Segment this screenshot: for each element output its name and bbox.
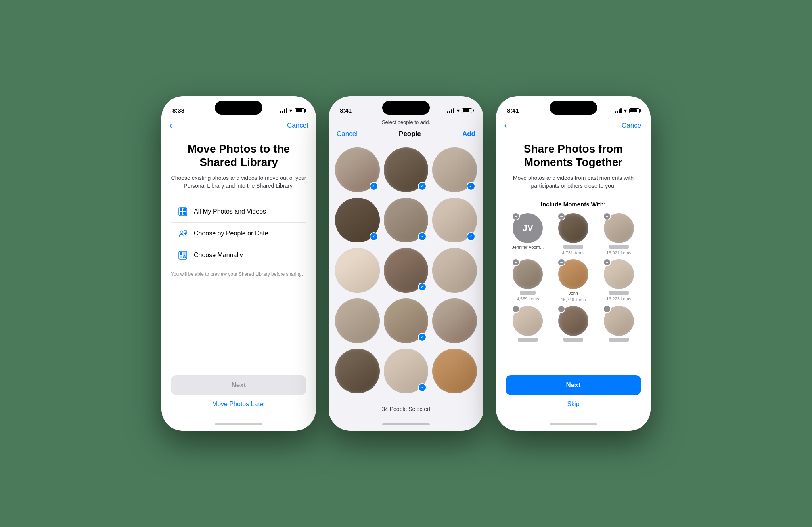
screen-content-3: Share Photos from Moments Together Move … xyxy=(496,134,651,369)
cancel-button-1[interactable]: Cancel xyxy=(287,122,308,130)
moment-name-2 xyxy=(563,245,583,249)
nav-bar-3: ‹ Cancel xyxy=(496,117,651,134)
nav-bar-1: ‹ Cancel xyxy=(161,117,316,134)
page-subtitle-1: Choose existing photos and videos to mov… xyxy=(171,174,306,190)
svg-rect-3 xyxy=(180,212,182,215)
option-note-1: You will be able to preview your Shared … xyxy=(171,271,306,278)
person-avatar-7[interactable] xyxy=(335,248,380,293)
choose-manually-icon xyxy=(177,250,188,261)
status-time-3: 8:41 xyxy=(507,107,519,114)
moment-person-6[interactable]: − 13,223 items xyxy=(598,259,640,302)
wifi-icon-2: ▾ xyxy=(457,107,460,114)
svg-rect-9 xyxy=(183,252,186,255)
battery-icon-1 xyxy=(295,108,305,113)
status-icons-1: ▾ xyxy=(280,107,305,114)
check-icon-6: ✓ xyxy=(467,232,475,241)
cancel-button-3[interactable]: Cancel xyxy=(622,122,643,130)
all-photos-icon xyxy=(177,206,188,217)
people-title: People xyxy=(399,130,421,138)
moment-person-8[interactable]: − xyxy=(553,306,594,342)
person-avatar-6[interactable]: ✓ xyxy=(432,198,477,242)
remove-icon-6[interactable]: − xyxy=(603,258,611,266)
moment-name-1: Jennifer Voorh... xyxy=(512,245,544,250)
moment-person-2[interactable]: − 4,731 items xyxy=(553,213,594,255)
person-avatar-11[interactable]: ✓ xyxy=(384,298,429,343)
dynamic-island-3 xyxy=(550,101,597,115)
option-all-photos[interactable]: All My Photos and Videos xyxy=(171,201,306,223)
home-indicator-1 xyxy=(161,417,316,431)
check-icon-11: ✓ xyxy=(418,333,427,342)
wifi-icon-3: ▾ xyxy=(624,107,627,114)
svg-rect-7 xyxy=(179,251,187,259)
people-footer: 34 People Selected xyxy=(329,400,483,417)
page-subtitle-3: Move photos and videos from past moments… xyxy=(506,174,641,190)
page-heading-3: Share Photos from Moments Together xyxy=(506,142,641,169)
people-subtitle: Select people to add. xyxy=(329,117,483,125)
page-heading-1: Move Photos to the Shared Library xyxy=(171,142,306,169)
wifi-icon-1: ▾ xyxy=(289,107,292,114)
phone-3: 8:41 ▾ ‹ Cancel Share Photos from Mom xyxy=(496,96,651,431)
person-avatar-2[interactable]: ✓ xyxy=(384,147,429,192)
person-avatar-13[interactable] xyxy=(335,349,380,393)
back-button-1[interactable]: ‹ xyxy=(169,120,172,131)
svg-rect-1 xyxy=(180,208,182,211)
signal-icon-2 xyxy=(447,108,454,113)
option-choose-manually[interactable]: Choose Manually xyxy=(171,244,306,266)
person-avatar-12[interactable] xyxy=(432,298,477,343)
bottom-area-1: Next Move Photos Later xyxy=(161,369,316,417)
skip-link[interactable]: Skip xyxy=(567,401,579,408)
svg-point-5 xyxy=(180,231,183,234)
moment-person-9[interactable]: − xyxy=(598,306,640,342)
option-manually-label: Choose Manually xyxy=(194,252,243,259)
check-icon-2: ✓ xyxy=(418,182,427,191)
moment-person-3[interactable]: − 15,021 items xyxy=(598,213,640,255)
include-moments-title: Include Moments With: xyxy=(506,201,641,208)
person-avatar-9[interactable] xyxy=(432,248,477,293)
moment-person-7[interactable]: − xyxy=(507,306,549,342)
person-avatar-14[interactable]: ✓ xyxy=(384,349,429,393)
move-later-link[interactable]: Move Photos Later xyxy=(212,401,265,408)
svg-rect-10 xyxy=(180,256,182,258)
moment-person-1[interactable]: JV − Jennifer Voorh... xyxy=(507,213,549,255)
person-avatar-15[interactable] xyxy=(432,349,477,393)
back-button-3[interactable]: ‹ xyxy=(504,120,507,131)
person-avatar-3[interactable]: ✓ xyxy=(432,147,477,192)
moment-count-3: 15,021 items xyxy=(606,250,631,255)
moment-count-6: 13,223 items xyxy=(606,296,631,301)
person-avatar-8[interactable]: ✓ xyxy=(384,248,429,293)
option-all-photos-label: All My Photos and Videos xyxy=(194,208,266,215)
check-icon-5: ✓ xyxy=(418,232,427,241)
people-grid: ✓ ✓ ✓ ✓ ✓ ✓ xyxy=(329,143,483,400)
remove-icon-3[interactable]: − xyxy=(603,212,611,220)
check-icon-14: ✓ xyxy=(418,383,427,392)
person-avatar-5[interactable]: ✓ xyxy=(384,198,429,242)
moment-person-5[interactable]: − John 15,746 items xyxy=(553,259,594,302)
check-icon-8: ✓ xyxy=(418,283,427,291)
cancel-button-2[interactable]: Cancel xyxy=(337,130,358,138)
signal-icon-3 xyxy=(615,108,622,113)
next-button-3[interactable]: Next xyxy=(506,375,641,395)
person-avatar-4[interactable]: ✓ xyxy=(335,198,380,242)
status-icons-2: ▾ xyxy=(447,107,472,114)
check-icon-4: ✓ xyxy=(370,232,378,241)
check-icon-3: ✓ xyxy=(467,182,475,191)
remove-icon-9[interactable]: − xyxy=(603,305,611,313)
option-people-date-label: Choose by People or Date xyxy=(194,230,268,237)
moment-person-4[interactable]: − 4,559 items xyxy=(507,259,549,302)
svg-rect-2 xyxy=(183,208,186,211)
moment-count-4: 4,559 items xyxy=(517,296,539,301)
person-avatar-10[interactable] xyxy=(335,298,380,343)
phone-1: 8:38 ▾ ‹ Cancel Move xyxy=(161,96,316,431)
option-people-date[interactable]: Choose by People or Date xyxy=(171,223,306,244)
person-avatar-1[interactable]: ✓ xyxy=(335,147,380,192)
screen-people-picker: 8:41 ▾ Select people to add. Cancel Peop… xyxy=(329,96,483,431)
status-time-2: 8:41 xyxy=(340,107,352,114)
svg-rect-4 xyxy=(183,212,186,215)
moment-count-2: 4,731 items xyxy=(562,250,585,255)
people-date-icon xyxy=(177,228,188,239)
next-button-1[interactable]: Next xyxy=(171,375,306,395)
add-button[interactable]: Add xyxy=(462,130,475,138)
battery-icon-3 xyxy=(629,108,640,113)
nav-bar-2: Cancel People Add xyxy=(329,125,483,143)
battery-icon-2 xyxy=(462,108,472,113)
